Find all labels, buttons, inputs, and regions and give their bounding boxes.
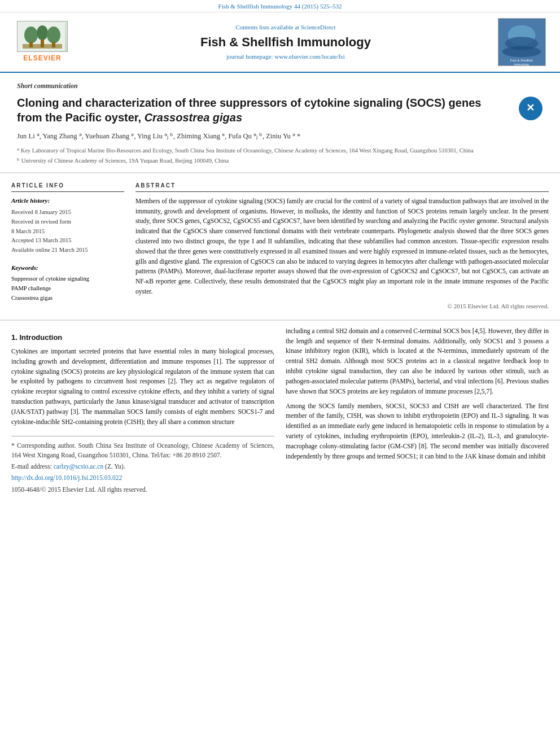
keywords-section: Keywords: Suppressor of cytokine signali…: [11, 264, 124, 303]
journal-citation-bar: Fish & Shellfish Immunology 44 (2015) 52…: [0, 0, 560, 12]
svg-text:Immunology: Immunology: [514, 63, 530, 66]
svg-point-3: [47, 27, 60, 43]
journal-center-info: Contents lists available at ScienceDirec…: [79, 23, 492, 62]
keywords-label: Keywords:: [11, 264, 124, 272]
body-section: 1. Introduction Cytokines are important …: [0, 321, 560, 505]
intro-para3: Among the SOCS family members, SOCS1, SO…: [286, 401, 549, 462]
revised-date: 8 March 2015: [11, 227, 124, 237]
journal-cover-thumbnail: Fish & Shellfish Immunology: [498, 18, 546, 66]
email-person: (Z. Yu).: [105, 463, 125, 470]
page-wrapper: Fish & Shellfish Immunology 44 (2015) 52…: [0, 0, 560, 505]
article-info-label: ARTICLE INFO: [11, 182, 124, 192]
article-type: Short communication: [17, 81, 543, 91]
body-left-col: 1. Introduction Cytokines are important …: [11, 326, 274, 496]
email-line: E-mail address: carlzy@scsio.ac.cn (Z. Y…: [11, 462, 274, 471]
keyword-3: Crassostrea gigas: [11, 294, 124, 303]
affiliation-a: ᵃ Key Laboratory of Tropical Marine Bio-…: [17, 146, 543, 155]
doi-line: http://dx.doi.org/10.1016/j.fsi.2015.03.…: [11, 473, 274, 483]
abstract-column: ABSTRACT Members of the suppressor of cy…: [135, 182, 549, 311]
elsevier-tree-image: [17, 21, 68, 52]
history-label: Article history:: [11, 196, 124, 205]
elsevier-logo: ELSEVIER: [11, 21, 73, 63]
article-info-column: ARTICLE INFO Article history: Received 8…: [11, 182, 124, 311]
svg-text:Fish & Shellfish: Fish & Shellfish: [510, 59, 533, 63]
keyword-2: PAMP challenge: [11, 284, 124, 294]
doi-link[interactable]: http://dx.doi.org/10.1016/j.fsi.2015.03.…: [11, 474, 122, 481]
corresponding-author: * Corresponding author. South China Sea …: [11, 441, 274, 461]
affiliation-b: ᵇ University of Chinese Academy of Scien…: [17, 156, 543, 165]
article-history: Article history: Received 8 January 2015…: [11, 196, 124, 255]
article-title-row: Cloning and characterization of three su…: [17, 95, 543, 125]
issn-line: 1050-4648/© 2015 Elsevier Ltd. All right…: [11, 485, 274, 495]
abstract-text: Members of the suppressor of cytokine si…: [135, 196, 549, 311]
elsevier-wordmark: ELSEVIER: [23, 54, 61, 63]
svg-point-11: [502, 46, 541, 58]
journal-cover-image: Fish & Shellfish Immunology: [498, 18, 549, 66]
authors-list: Jun Li ᵃ, Yang Zhang ᵃ, Yuehuan Zhang ᵃ,…: [17, 130, 543, 142]
contents-line: Contents lists available at ScienceDirec…: [79, 23, 492, 32]
intro-para1: Cytokines are important secreted protein…: [11, 347, 274, 427]
copyright-line: © 2015 Elsevier Ltd. All rights reserved…: [135, 302, 549, 311]
article-info-abstract-section: ARTICLE INFO Article history: Received 8…: [0, 173, 560, 320]
svg-point-1: [24, 27, 38, 43]
journal-citation: Fish & Shellfish Immunology 44 (2015) 52…: [218, 3, 342, 10]
sciencedirect-link[interactable]: ScienceDirect: [301, 24, 336, 30]
footnotes: * Corresponding author. South China Sea …: [11, 436, 274, 495]
journal-header: ELSEVIER Contents lists available at Sci…: [0, 12, 560, 73]
svg-point-2: [37, 25, 48, 40]
accepted-date: Accepted 13 March 2015: [11, 236, 124, 246]
svg-rect-7: [23, 44, 62, 49]
crossmark-icon: ✕: [519, 97, 542, 120]
journal-homepage: journal homepage: www.elsevier.com/locat…: [79, 53, 492, 61]
email-label: E-mail address:: [11, 463, 52, 470]
keyword-1: Suppressor of cytokine signaling: [11, 274, 124, 284]
article-header-section: Short communication Cloning and characte…: [0, 73, 560, 172]
introduction-heading: 1. Introduction: [11, 332, 274, 343]
article-title: Cloning and characterization of three su…: [17, 95, 509, 125]
intro-para2: including a central SH2 domain and a con…: [286, 326, 549, 397]
email-address[interactable]: carlzy@scsio.ac.cn: [54, 463, 104, 470]
body-right-col: including a central SH2 domain and a con…: [286, 326, 549, 496]
crossmark-badge[interactable]: ✕: [518, 95, 543, 121]
received-revised-label: Received in revised form: [11, 217, 124, 227]
received-date: Received 8 January 2015: [11, 208, 124, 217]
affiliations: ᵃ Key Laboratory of Tropical Marine Bio-…: [17, 146, 543, 165]
journal-title: Fish & Shellfish Immunology: [79, 34, 492, 51]
body-two-col: 1. Introduction Cytokines are important …: [11, 326, 549, 496]
abstract-label: ABSTRACT: [135, 182, 549, 192]
homepage-url[interactable]: www.elsevier.com/locate/fsi: [274, 53, 345, 60]
available-date: Available online 21 March 2015: [11, 246, 124, 255]
